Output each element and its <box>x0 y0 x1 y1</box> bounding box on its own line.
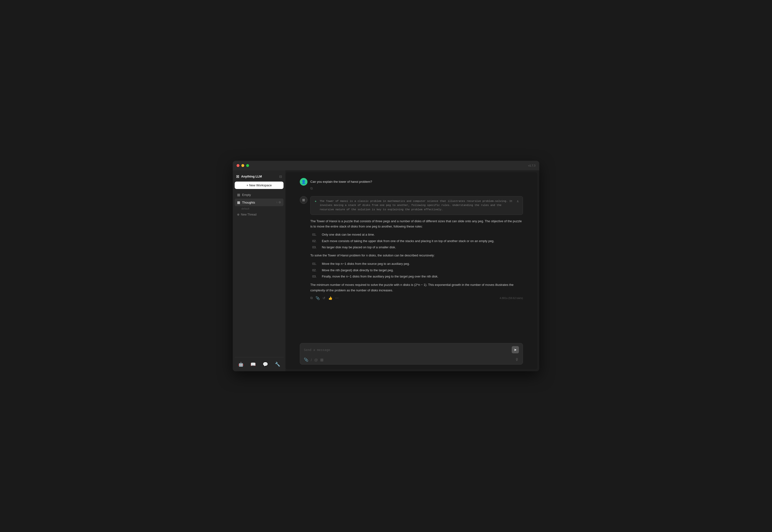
step-2-num: 02. <box>312 268 319 273</box>
sidebar-footer: 🤖 📖 💬 🔧 <box>235 357 284 368</box>
microphone-icon[interactable]: 🎙 <box>515 358 519 362</box>
sidebar-toggle-icon[interactable]: ⊟ <box>279 175 282 178</box>
user-avatar: 👤 <box>300 178 308 186</box>
rule-3-num: 03. <box>312 245 319 250</box>
logo-area: ⊠ Anything LLM <box>236 174 262 179</box>
workspace-label-empty: Empty <box>242 193 251 197</box>
step-1-num: 01. <box>312 261 319 267</box>
agent-icon[interactable]: 🤖 <box>237 360 245 368</box>
ai-message-block: ⊠ ✦ The Tower of Hanoi is a classic prob… <box>300 196 523 300</box>
new-workspace-button[interactable]: + New Workspace <box>235 182 284 189</box>
new-thread-button[interactable]: ⊕ New Thread <box>235 211 284 218</box>
app-body: ⊠ Anything LLM ⊟ + New Workspace ▦ Empty… <box>233 170 539 371</box>
sidebar-header: ⊠ Anything LLM ⊟ <box>235 173 284 182</box>
slash-command-icon[interactable]: / <box>311 358 312 362</box>
response-regenerate-icon[interactable]: ↺ <box>323 296 325 300</box>
main-content: 👤 Can you explain the tower of hanoi pro… <box>286 172 537 369</box>
rule-2-text: Each move consists of taking the upper d… <box>322 238 523 244</box>
mac-window: v1.7.3 ⊠ Anything LLM ⊟ + New Workspace … <box>233 161 539 371</box>
send-icon: ➤ <box>514 348 517 352</box>
rule-1: 01. Only one disk can be moved at a time… <box>312 232 523 237</box>
thinking-sparkle-icon: ✦ <box>314 200 317 203</box>
minimize-button[interactable] <box>241 164 244 167</box>
settings-icon[interactable]: 🔧 <box>274 360 282 368</box>
workspace-export-icon[interactable]: ↑ <box>276 201 278 204</box>
thinking-text: The Tower of Hanoi is a classic problem … <box>320 199 514 212</box>
step-1-text: Move the top n−1 disks from the source p… <box>322 261 523 267</box>
app-name: Anything LLM <box>241 175 262 178</box>
attach-icon[interactable]: 📎 <box>304 358 308 362</box>
response-intro: The Tower of Hanoi is a puzzle that cons… <box>310 219 523 229</box>
sidebar: ⊠ Anything LLM ⊟ + New Workspace ▦ Empty… <box>233 170 286 371</box>
step-2-text: Move the nth (largest) disk directly to … <box>322 268 523 273</box>
close-button[interactable] <box>237 164 240 167</box>
rule-1-num: 01. <box>312 232 319 237</box>
message-input[interactable] <box>304 348 512 352</box>
toolbar-right: 🎙 <box>515 358 519 362</box>
chat-area: 👤 Can you explain the tower of hanoi pro… <box>286 172 537 340</box>
recursive-steps-list: 01. Move the top n−1 disks from the sour… <box>312 261 523 279</box>
rule-3: 03. No larger disk may be placed on top … <box>312 245 523 250</box>
response-copy-icon[interactable]: ⧉ <box>310 296 313 300</box>
user-message-actions: ⧉ <box>310 186 523 190</box>
logo-icon: ⊠ <box>236 174 239 179</box>
response-conclusion: The minimum number of moves required to … <box>310 282 523 293</box>
send-button[interactable]: ➤ <box>512 346 519 353</box>
timing-label: 4.881s (59.62 tok/s) <box>500 297 523 299</box>
step-1: 01. Move the top n−1 disks from the sour… <box>312 261 523 267</box>
toolbar-left: 📎 / @ ▦ <box>304 358 324 362</box>
new-thread-plus-icon: ⊕ <box>237 213 240 216</box>
step-2: 02. Move the nth (largest) disk directly… <box>312 268 523 273</box>
input-box: ➤ 📎 / @ ▦ 🎙 <box>300 343 523 365</box>
ai-actions: ⧉ 📎 ↺ 👍 ⋯ <box>310 296 339 300</box>
user-copy-icon[interactable]: ⧉ <box>310 186 313 190</box>
response-more-icon[interactable]: ⋯ <box>335 296 339 300</box>
response-cite-icon[interactable]: 📎 <box>316 296 320 300</box>
step-3-num: 03. <box>312 274 319 279</box>
sidebar-item-thoughts[interactable]: ▦ Thoughts ↑ ⚙ <box>235 199 284 206</box>
thread-default-label: default <box>235 206 284 211</box>
workspace-icon-empty: ▦ <box>237 193 240 197</box>
workspace-label-thoughts: Thoughts <box>242 201 255 204</box>
input-row: ➤ <box>300 343 523 356</box>
title-bar: v1.7.3 <box>233 161 539 170</box>
user-avatar-icon: 👤 <box>301 180 306 184</box>
traffic-lights <box>237 164 249 167</box>
recursive-intro: To solve the Tower of Hanoi problem for … <box>310 253 523 258</box>
user-message-block: 👤 Can you explain the tower of hanoi pro… <box>300 178 523 190</box>
rules-list: 01. Only one disk can be moved at a time… <box>312 232 523 250</box>
workspace-icon-thoughts: ▦ <box>237 200 240 204</box>
new-thread-label: New Thread <box>241 213 257 216</box>
step-3: 03. Finally, move the n−1 disks from the… <box>312 274 523 279</box>
workspace-settings-icon[interactable]: ⚙ <box>279 201 281 204</box>
input-area: ➤ 📎 / @ ▦ 🎙 <box>286 340 537 369</box>
version-label: v1.7.3 <box>528 164 535 167</box>
response-thumbsup-icon[interactable]: 👍 <box>328 296 332 300</box>
tool-icon[interactable]: ▦ <box>320 358 324 362</box>
step-3-text: Finally, move the n−1 disks from the aux… <box>322 274 523 279</box>
workspace-actions-thoughts: ↑ ⚙ <box>276 201 281 204</box>
ai-avatar-icon: ⊠ <box>302 198 305 202</box>
rule-2: 02. Each move consists of taking the upp… <box>312 238 523 244</box>
sidebar-item-empty[interactable]: ▦ Empty <box>235 191 284 199</box>
ai-avatar: ⊠ <box>300 196 308 204</box>
rule-1-text: Only one disk can be moved at a time. <box>322 232 523 237</box>
input-toolbar: 📎 / @ ▦ 🎙 <box>300 356 523 364</box>
docs-icon[interactable]: 📖 <box>249 360 257 368</box>
discord-icon[interactable]: 💬 <box>261 360 269 368</box>
fullscreen-button[interactable] <box>246 164 249 167</box>
rule-2-num: 02. <box>312 238 319 244</box>
rule-3-text: No larger disk may be placed on top of a… <box>322 245 523 250</box>
thinking-box: ✦ The Tower of Hanoi is a classic proble… <box>310 196 523 215</box>
thinking-collapse-icon[interactable]: ∧ <box>516 199 519 203</box>
mention-icon[interactable]: @ <box>314 358 318 362</box>
user-message-text: Can you explain the tower of hanoi probl… <box>310 178 523 184</box>
ai-message-footer: ⧉ 📎 ↺ 👍 ⋯ 4.881s (59.62 tok/s) <box>310 296 523 300</box>
user-message-content: Can you explain the tower of hanoi probl… <box>310 178 523 190</box>
ai-message-content: ✦ The Tower of Hanoi is a classic proble… <box>310 196 523 300</box>
